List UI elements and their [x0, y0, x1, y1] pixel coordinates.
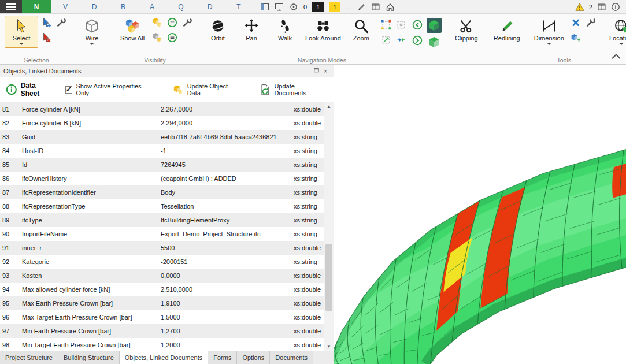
ortho-view-button[interactable] [427, 35, 442, 50]
workspace-tab-d-6[interactable]: D [195, 0, 224, 13]
split-view-icon[interactable] [260, 2, 269, 12]
collapse-ribbon-button[interactable] [610, 53, 623, 62]
bottom-tab-4[interactable]: Options [237, 351, 270, 364]
clipping-button[interactable]: Clipping [450, 16, 483, 43]
table-row[interactable]: 94Max allowed cylinder force [kN]2.510,0… [0, 283, 324, 296]
show-all-button[interactable]: Show All [116, 16, 149, 43]
scroll-up-button[interactable]: ▲ [324, 102, 334, 111]
zoom-all-button[interactable] [379, 33, 393, 47]
zoom-selection-button[interactable] [379, 18, 393, 32]
visibility-toggle-lines-2-button[interactable] [165, 31, 179, 44]
redline-pen-icon[interactable] [357, 2, 366, 12]
dimension-button[interactable]: Dimension [531, 16, 568, 48]
table-row[interactable]: 93Kosten0,0000xs:double [0, 269, 324, 283]
monitor-icon[interactable] [275, 2, 284, 12]
back-arrow-icon [412, 20, 423, 30]
orbit-button[interactable]: Orbit [201, 16, 235, 43]
cell-val: (ceapoint GmbH) : ADDED [158, 175, 291, 182]
bottom-tab-3[interactable]: Forms [208, 351, 237, 364]
walk-button[interactable]: Walk [268, 16, 302, 43]
table-row[interactable]: 91inner_r5500xs:double [0, 241, 324, 255]
table-row[interactable]: 92Kategorie-2000151xs:string [0, 255, 324, 269]
more-pages-button[interactable]: ... [346, 3, 351, 10]
home-icon[interactable] [386, 2, 395, 12]
visibility-cubes-yellow-button[interactable] [150, 16, 164, 29]
table-row[interactable]: 87ifcRepresentationIdentifierBodyxs:stri… [0, 185, 324, 199]
panel-pin-button[interactable] [312, 67, 321, 75]
pan-icon [244, 18, 259, 34]
zoom-label: Zoom [353, 35, 369, 42]
table-row[interactable]: 98Min Target Earth Pressure Crown [bar]1… [0, 338, 324, 351]
bottom-tab-2[interactable]: Objects, Linked Documents [120, 351, 209, 364]
page-counter-dark[interactable]: 1 [312, 2, 324, 12]
table-row[interactable]: 96Max Target Earth Pressure Crown [bar]1… [0, 310, 324, 324]
add-to-selection-button[interactable] [39, 16, 53, 29]
table-row[interactable]: 82Force cylinder B [kN]2.294,0000xs:doub… [0, 116, 324, 130]
cell-type: xs:string [291, 203, 324, 210]
table-row[interactable]: 85Id7264945xs:string [0, 158, 324, 172]
scroll-down-button[interactable]: ▼ [324, 342, 334, 351]
pan-button[interactable]: Pan [235, 16, 268, 43]
vertical-scrollbar[interactable]: ▲ ▼ [324, 102, 334, 351]
warning-icon[interactable] [575, 2, 584, 12]
vi-ewpoint-icon[interactable] [289, 2, 298, 12]
bottom-tab-0[interactable]: Project Structure [0, 351, 58, 364]
redlining-button[interactable]: Redlining [490, 16, 524, 43]
dashed-rect-icon [396, 20, 406, 30]
visibility-settings-button[interactable] [180, 16, 194, 29]
schedule-icon[interactable] [597, 2, 606, 12]
table-row[interactable]: 90ImportFileNameExport_Demo_Project_Stru… [0, 227, 324, 241]
table-row[interactable]: 95Max Earth Pressure Crown [bar]1,9100xs… [0, 296, 324, 310]
table-row[interactable]: 88ifcRepresentationTypeTessellationxs:st… [0, 199, 324, 213]
add-object-button[interactable] [569, 31, 583, 44]
perspective-view-button[interactable] [427, 18, 442, 33]
viewport-3d[interactable] [334, 65, 626, 364]
select-button[interactable]: Select [5, 16, 38, 48]
table-row[interactable]: 81Force cylinder A [kN]2.267,0000xs:doub… [0, 102, 324, 116]
selection-settings-button[interactable] [54, 16, 68, 29]
tunnel-pipe-model[interactable] [334, 65, 626, 364]
cell-name: Kategorie [20, 258, 158, 265]
data-sheet-button[interactable]: Data Sheet [6, 81, 56, 98]
visibility-cubes-gray-button[interactable] [150, 31, 164, 44]
info-icon[interactable] [611, 2, 620, 12]
fit-view-button[interactable] [394, 33, 408, 47]
tools-settings-button[interactable] [584, 16, 598, 29]
zoom-button[interactable]: Zoom [345, 16, 378, 43]
workspace-tab-v-1[interactable]: V [51, 0, 80, 13]
panel-close-button[interactable]: × [321, 67, 330, 75]
workspace-tab-d-2[interactable]: D [80, 0, 109, 13]
look-around-button[interactable]: Look Around [302, 16, 345, 43]
zoom-rectangle-button[interactable] [394, 18, 408, 32]
table-row[interactable]: 84Host-ID-1xs:string [0, 144, 324, 158]
workspace-tab-b-3[interactable]: B [109, 0, 138, 13]
table-row[interactable]: 83Guideebb7f18-7a6f-4b69-8dbf-5aaca24368… [0, 130, 324, 144]
properties-panel: Objects, Linked Documents × Data Sheet S… [0, 65, 334, 364]
bottom-tab-5[interactable]: Documents [270, 351, 313, 364]
table-icon[interactable] [371, 2, 380, 12]
update-object-data-button[interactable]: Update Object Data [172, 83, 242, 96]
update-documents-button[interactable]: Update Documents [260, 83, 328, 96]
table-row[interactable]: 86ifcOwnerHistory(ceapoint GmbH) : ADDED… [0, 172, 324, 185]
show-active-checkbox[interactable]: Show Active Properties Only [65, 83, 155, 96]
data-sheet-label: Data Sheet [21, 81, 56, 98]
remove-from-selection-button[interactable] [39, 31, 53, 44]
workspace-tab-t-7[interactable]: T [224, 0, 253, 13]
scrollbar-thumb[interactable] [325, 244, 332, 311]
page-counter-yellow[interactable]: 1 [329, 2, 340, 12]
yellow-cubes-icon [152, 17, 162, 28]
location-button[interactable]: Location [605, 16, 626, 48]
workspace-tab-q-5[interactable]: Q [166, 0, 195, 13]
visibility-toggle-lines-button[interactable] [165, 16, 179, 29]
bottom-tab-1[interactable]: Building Structure [58, 351, 120, 364]
previous-view-button[interactable] [410, 18, 424, 32]
wire-button[interactable]: Wire [75, 16, 109, 48]
workspace-tab-n-0[interactable]: N [22, 0, 51, 13]
next-view-button[interactable] [410, 34, 424, 47]
table-row[interactable]: 97Min Earth Pressure Crown [bar]1,2700xs… [0, 324, 324, 338]
workspace-tab-a-4[interactable]: A [138, 0, 166, 13]
main-menu-button[interactable] [0, 0, 22, 13]
table-row[interactable]: 89ifcTypeIfcBuildingElementProxyxs:strin… [0, 213, 324, 227]
delete-dimension-button[interactable] [569, 16, 583, 29]
cell-name: ImportFileName [20, 231, 158, 237]
